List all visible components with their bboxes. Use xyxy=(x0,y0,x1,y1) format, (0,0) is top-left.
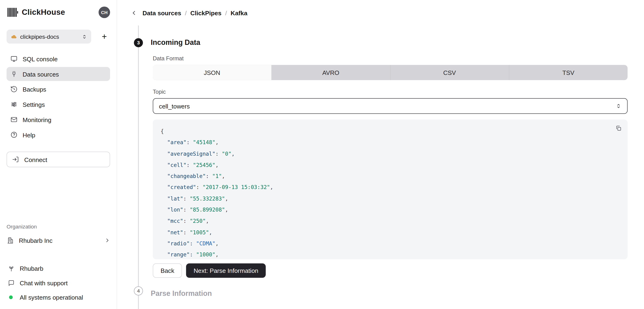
breadcrumb-kafka: Kafka xyxy=(231,9,248,16)
back-chevron-icon[interactable] xyxy=(131,10,137,16)
footer-item-label: Chat with support xyxy=(20,279,68,286)
backups-icon xyxy=(10,86,18,93)
json-preview-line: "changeable": "1", xyxy=(160,171,620,182)
json-preview-line: "range": "1000", xyxy=(160,249,620,259)
service-icon xyxy=(11,34,17,40)
format-option-avro[interactable]: AVRO xyxy=(272,65,390,80)
main-content: Data sources / ClickPipes / Kafka 3 4 In… xyxy=(117,0,644,309)
format-option-tsv[interactable]: TSV xyxy=(509,65,628,80)
rhubarb-icon xyxy=(8,265,15,272)
stepper-line xyxy=(138,26,139,309)
json-preview-line: "lon": "85.899208", xyxy=(160,204,620,215)
step-3-title: Incoming Data xyxy=(151,38,644,47)
help-icon xyxy=(10,131,18,139)
breadcrumb: Data sources / ClickPipes / Kafka xyxy=(142,9,247,16)
chevron-right-icon xyxy=(104,238,110,243)
service-selector-row: clickpipes-docs + xyxy=(6,30,110,44)
organization-section-label: Organization xyxy=(6,223,110,230)
service-name: clickpipes-docs xyxy=(20,33,78,40)
connect-button[interactable]: Connect xyxy=(6,152,110,167)
sidebar-item-label: Backups xyxy=(22,86,46,93)
monitoring-icon xyxy=(10,116,18,124)
sidebar-item-label: Settings xyxy=(22,101,45,108)
json-preview-line: "created": "2017-09-13 15:03:32", xyxy=(160,182,620,193)
json-preview-line: "lat": "55.332283", xyxy=(160,193,620,204)
status-dot xyxy=(9,295,13,299)
chevron-up-down-icon xyxy=(616,103,622,109)
topic-select[interactable]: cell_towers xyxy=(153,98,628,114)
format-option-csv[interactable]: CSV xyxy=(390,65,509,80)
footer-item-rhubarb[interactable]: Rhubarb xyxy=(6,261,110,275)
data-sources-icon xyxy=(10,70,18,78)
json-preview-line: "net": "1005", xyxy=(160,227,620,238)
sidebar-item-help[interactable]: Help xyxy=(6,128,110,142)
organization-section: Organization Rhubarb Inc xyxy=(6,223,110,244)
step-3-indicator: 3 xyxy=(134,38,143,48)
service-selector[interactable]: clickpipes-docs xyxy=(6,30,91,44)
sidebar-item-label: Data sources xyxy=(22,71,59,78)
settings-icon xyxy=(10,101,18,108)
message-preview: { "area": "45148","averageSignal": "0","… xyxy=(153,120,628,259)
page-header: Data sources / ClickPipes / Kafka xyxy=(117,0,644,26)
topic-label: Topic xyxy=(153,89,628,95)
next-parse-information-button[interactable]: Next: Parse Information xyxy=(186,263,266,278)
breadcrumb-clickpipes[interactable]: ClickPipes xyxy=(190,9,222,16)
step-4-title: Parse Information xyxy=(151,289,644,298)
sidebar-item-label: Monitoring xyxy=(22,116,52,123)
json-preview-line: "averageSignal": "0", xyxy=(160,148,620,159)
sidebar-nav: SQL console Data sources Backups Setting… xyxy=(6,52,110,142)
building-icon xyxy=(6,237,14,244)
footer-item-chat-support[interactable]: Chat with support xyxy=(6,276,110,290)
organization-name: Rhubarb Inc xyxy=(19,237,52,244)
copy-icon[interactable] xyxy=(615,125,622,132)
footer-item-system-status[interactable]: All systems operational xyxy=(6,290,110,304)
connect-icon xyxy=(12,156,20,163)
footer-item-label: All systems operational xyxy=(20,293,83,300)
add-service-button[interactable]: + xyxy=(98,31,110,42)
wizard-actions: Back Next: Parse Information xyxy=(153,263,628,278)
sidebar-item-label: Help xyxy=(22,131,35,138)
sidebar-item-monitoring[interactable]: Monitoring xyxy=(6,113,110,127)
step-4-indicator: 4 xyxy=(134,286,143,296)
sidebar-item-data-sources[interactable]: Data sources xyxy=(6,67,110,81)
clickhouse-logo-icon xyxy=(8,8,18,17)
app-window: ClickHouse CH clickpipes-docs + SQL cons… xyxy=(0,0,644,309)
organization-selector[interactable]: Rhubarb Inc xyxy=(6,237,110,244)
connect-label: Connect xyxy=(24,156,47,163)
chevron-up-down-icon xyxy=(82,34,87,39)
format-option-json[interactable]: JSON xyxy=(153,65,272,80)
data-format-segmented: JSON AVRO CSV TSV xyxy=(153,65,628,80)
breadcrumb-data-sources[interactable]: Data sources xyxy=(142,9,181,16)
back-button[interactable]: Back xyxy=(153,263,182,278)
topic-selected-value: cell_towers xyxy=(159,103,190,110)
json-preview-lines: "area": "45148","averageSignal": "0","ce… xyxy=(160,137,620,259)
json-preview-line: "cell": "25456", xyxy=(160,159,620,171)
brand-row: ClickHouse CH xyxy=(6,7,110,18)
data-format-label: Data Format xyxy=(153,55,628,62)
incoming-data-form: Data Format JSON AVRO CSV TSV Topic cell… xyxy=(153,55,628,278)
sidebar-footer: Rhubarb Chat with support All systems op… xyxy=(6,261,110,304)
chat-icon xyxy=(8,279,15,286)
breadcrumb-separator: / xyxy=(225,9,227,16)
json-preview-line: "area": "45148", xyxy=(160,137,620,148)
sidebar: ClickHouse CH clickpipes-docs + SQL cons… xyxy=(0,0,117,309)
json-open-brace: { xyxy=(160,126,620,137)
sidebar-item-backups[interactable]: Backups xyxy=(6,82,110,96)
sidebar-item-sql-console[interactable]: SQL console xyxy=(6,52,110,66)
sidebar-item-label: SQL console xyxy=(22,55,58,62)
avatar[interactable]: CH xyxy=(98,7,110,18)
breadcrumb-separator: / xyxy=(185,9,186,16)
sql-console-icon xyxy=(10,55,18,63)
footer-item-label: Rhubarb xyxy=(20,265,44,272)
sidebar-item-settings[interactable]: Settings xyxy=(6,97,110,112)
json-preview-line: "mcc": "250", xyxy=(160,215,620,227)
json-preview-line: "radio": "CDMA", xyxy=(160,238,620,249)
brand-title: ClickHouse xyxy=(22,8,65,17)
